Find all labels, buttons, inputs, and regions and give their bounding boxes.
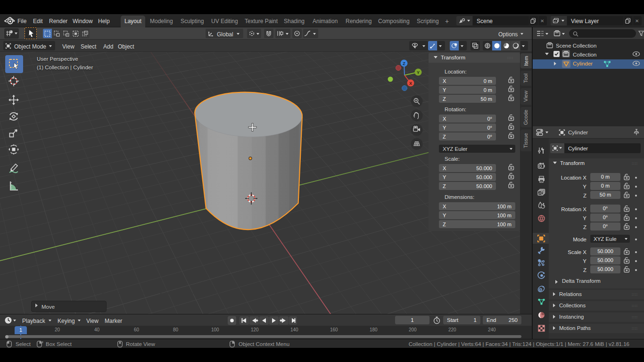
svg-text:Y: Y <box>417 70 420 75</box>
svg-text:Z: Z <box>403 61 405 66</box>
svg-text:X: X <box>409 81 412 86</box>
